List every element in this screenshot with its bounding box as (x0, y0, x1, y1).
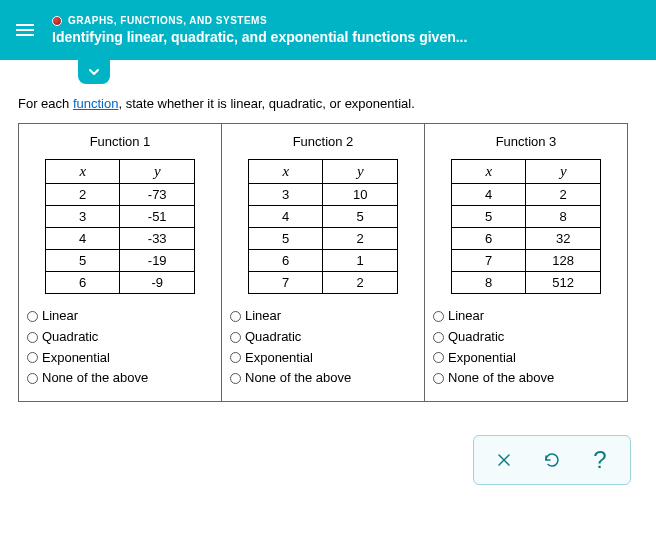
function-2-table: xy 310 45 52 61 72 (248, 159, 398, 294)
table-row: 5-19 (46, 250, 195, 272)
option-label: None of the above (245, 368, 351, 389)
function-2-title: Function 2 (230, 134, 416, 149)
table-row: 6-9 (46, 272, 195, 294)
function-3-title: Function 3 (433, 134, 619, 149)
table-row: 45 (249, 206, 398, 228)
option-label: Quadratic (42, 327, 98, 348)
radio-icon (230, 373, 241, 384)
option-none[interactable]: None of the above (27, 368, 213, 389)
table-row: 58 (452, 206, 601, 228)
table-header-y: y (323, 160, 398, 184)
prompt-pre: For each (18, 96, 73, 111)
radio-icon (230, 352, 241, 363)
prompt-post: , state whether it is linear, quadratic,… (118, 96, 414, 111)
option-linear[interactable]: Linear (27, 306, 213, 327)
radio-icon (27, 373, 38, 384)
option-exponential[interactable]: Exponential (27, 348, 213, 369)
header-text: GRAPHS, FUNCTIONS, AND SYSTEMS Identifyi… (52, 15, 467, 45)
question-mark-icon: ? (593, 446, 606, 474)
table-row: 2-73 (46, 184, 195, 206)
table-header-x: x (46, 160, 120, 184)
context-row: GRAPHS, FUNCTIONS, AND SYSTEMS (52, 15, 467, 26)
function-1-column: Function 1 xy 2-73 3-51 4-33 5-19 6-9 Li… (19, 124, 222, 401)
action-toolbar: ? (473, 435, 631, 485)
table-row: 4-33 (46, 228, 195, 250)
option-none[interactable]: None of the above (433, 368, 619, 389)
option-label: Linear (448, 306, 484, 327)
option-linear[interactable]: Linear (433, 306, 619, 327)
option-exponential[interactable]: Exponential (433, 348, 619, 369)
chevron-down-icon (87, 65, 101, 79)
option-label: Linear (245, 306, 281, 327)
table-row: 8512 (452, 272, 601, 294)
function-link[interactable]: function (73, 96, 119, 111)
table-row: 61 (249, 250, 398, 272)
expand-tab[interactable] (78, 60, 110, 84)
option-label: Exponential (245, 348, 313, 369)
x-icon (495, 451, 513, 469)
radio-icon (433, 373, 444, 384)
function-3-table: xy 42 58 632 7128 8512 (451, 159, 601, 294)
table-row: 72 (249, 272, 398, 294)
option-label: None of the above (448, 368, 554, 389)
function-2-options: Linear Quadratic Exponential None of the… (230, 306, 416, 389)
table-row: 310 (249, 184, 398, 206)
context-label: GRAPHS, FUNCTIONS, AND SYSTEMS (68, 15, 267, 26)
table-header-x: x (249, 160, 323, 184)
function-3-options: Linear Quadratic Exponential None of the… (433, 306, 619, 389)
function-1-table: xy 2-73 3-51 4-33 5-19 6-9 (45, 159, 195, 294)
help-button[interactable]: ? (580, 444, 620, 476)
option-label: Quadratic (245, 327, 301, 348)
option-none[interactable]: None of the above (230, 368, 416, 389)
option-label: Exponential (448, 348, 516, 369)
status-dot-icon (52, 16, 62, 26)
option-quadratic[interactable]: Quadratic (27, 327, 213, 348)
reset-button[interactable] (532, 444, 572, 476)
option-label: Exponential (42, 348, 110, 369)
radio-icon (27, 332, 38, 343)
option-quadratic[interactable]: Quadratic (230, 327, 416, 348)
undo-icon (542, 450, 562, 470)
option-linear[interactable]: Linear (230, 306, 416, 327)
option-label: None of the above (42, 368, 148, 389)
table-header-y: y (526, 160, 601, 184)
radio-icon (27, 311, 38, 322)
function-1-title: Function 1 (27, 134, 213, 149)
page-title: Identifying linear, quadratic, and expon… (52, 29, 467, 45)
table-row: 52 (249, 228, 398, 250)
table-header-x: x (452, 160, 526, 184)
radio-icon (27, 352, 38, 363)
table-row: 632 (452, 228, 601, 250)
menu-icon[interactable] (12, 20, 38, 40)
table-row: 3-51 (46, 206, 195, 228)
option-exponential[interactable]: Exponential (230, 348, 416, 369)
clear-button[interactable] (484, 444, 524, 476)
table-row: 42 (452, 184, 601, 206)
radio-icon (433, 311, 444, 322)
radio-icon (433, 332, 444, 343)
functions-frame: Function 1 xy 2-73 3-51 4-33 5-19 6-9 Li… (18, 123, 628, 402)
header-bar: GRAPHS, FUNCTIONS, AND SYSTEMS Identifyi… (0, 0, 656, 60)
option-quadratic[interactable]: Quadratic (433, 327, 619, 348)
function-2-column: Function 2 xy 310 45 52 61 72 Linear Qua… (222, 124, 425, 401)
radio-icon (230, 332, 241, 343)
function-1-options: Linear Quadratic Exponential None of the… (27, 306, 213, 389)
table-row: 7128 (452, 250, 601, 272)
radio-icon (433, 352, 444, 363)
content-area: For each function, state whether it is l… (0, 60, 656, 418)
function-3-column: Function 3 xy 42 58 632 7128 8512 Linear… (425, 124, 627, 401)
radio-icon (230, 311, 241, 322)
option-label: Quadratic (448, 327, 504, 348)
option-label: Linear (42, 306, 78, 327)
question-prompt: For each function, state whether it is l… (18, 96, 638, 111)
table-header-y: y (120, 160, 195, 184)
